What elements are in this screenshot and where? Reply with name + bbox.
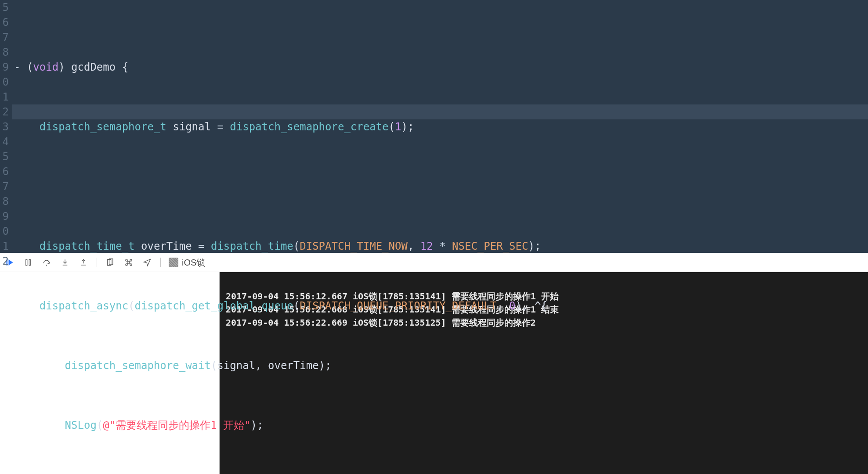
method-name: gcdDemo — [71, 61, 116, 73]
code-token: - — [14, 61, 20, 73]
code-editor[interactable]: 567890123456789012 - (void) gcdDemo { di… — [0, 0, 868, 253]
code-token: void — [33, 61, 58, 73]
code-token: dispatch_semaphore_t — [40, 121, 166, 133]
line-gutter: 567890123456789012 — [0, 0, 12, 253]
current-line-highlight — [12, 104, 868, 119]
svg-marker-1 — [9, 259, 13, 265]
code-area[interactable]: - (void) gcdDemo { dispatch_semaphore_t … — [12, 0, 868, 253]
